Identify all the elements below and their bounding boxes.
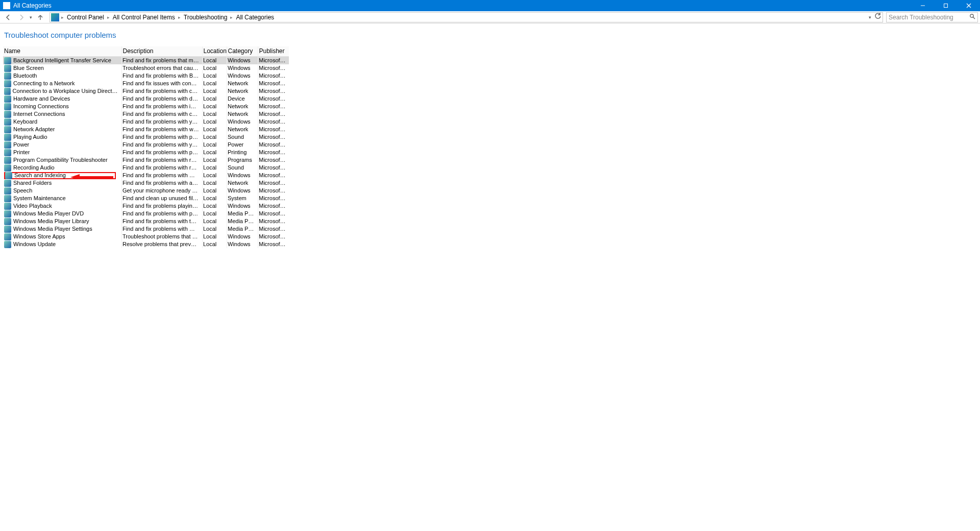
close-button[interactable] — [957, 0, 980, 11]
table-row[interactable]: Windows Media Player LibraryFind and fix… — [3, 218, 289, 225]
breadcrumb-item[interactable]: All Control Panel Items — [111, 14, 177, 21]
cell-name[interactable]: Internet Connections — [3, 110, 121, 118]
refresh-button[interactable] — [874, 13, 881, 21]
cell-description: Troubleshoot errors that cause Wi... — [121, 64, 202, 72]
nav-up-button[interactable] — [34, 12, 46, 22]
troubleshooter-icon — [4, 80, 11, 87]
table-row[interactable]: Windows Media Player DVDFind and fix pro… — [3, 210, 289, 218]
troubleshooter-icon — [4, 187, 11, 195]
table-row[interactable]: Connecting to a NetworkFind and fix issu… — [3, 80, 289, 87]
recent-locations-dropdown[interactable]: ▾ — [29, 15, 33, 20]
search-input[interactable]: Search Troubleshooting — [886, 12, 978, 22]
cell-name[interactable]: Power — [3, 141, 121, 149]
table-row[interactable]: Windows Store AppsTroubleshoot problems … — [3, 233, 289, 240]
table-row[interactable]: PowerFind and fix problems with your c..… — [3, 141, 289, 149]
cell-location: Local — [202, 87, 227, 95]
troubleshooter-icon — [4, 57, 11, 64]
table-row[interactable]: Incoming ConnectionsFind and fix problem… — [3, 103, 289, 110]
table-row[interactable]: Program Compatibility TroubleshooterFind… — [3, 156, 289, 164]
address-history-dropdown[interactable]: ▾ — [868, 15, 872, 20]
table-row[interactable]: Blue ScreenTroubleshoot errors that caus… — [3, 64, 289, 72]
table-row[interactable]: Recording AudioFind and fix problems wit… — [3, 164, 289, 172]
cell-name[interactable]: Printer — [3, 149, 121, 156]
cell-publisher: Microsoft ... — [258, 64, 289, 72]
cell-publisher: Microsoft ... — [258, 149, 289, 156]
nav-forward-button[interactable] — [15, 12, 28, 22]
cell-name[interactable]: Blue Screen — [3, 64, 121, 72]
navbar: ▾ ▸ Control Panel ▸ All Control Panel It… — [0, 11, 980, 23]
cell-publisher: Microsoft ... — [258, 218, 289, 225]
table-row[interactable]: Windows UpdateResolve problems that prev… — [3, 240, 289, 248]
breadcrumb-item[interactable]: Control Panel — [65, 14, 106, 21]
cell-name[interactable]: Windows Media Player DVD — [3, 210, 121, 218]
table-row[interactable]: SpeechGet your microphone ready and f...… — [3, 187, 289, 195]
cell-name[interactable]: Windows Media Player Settings — [3, 225, 121, 233]
cell-name[interactable]: Video Playback — [3, 202, 121, 210]
cell-category: Windows — [227, 202, 258, 210]
address-breadcrumb[interactable]: ▸ Control Panel ▸ All Control Panel Item… — [50, 12, 883, 22]
cell-name[interactable]: Windows Update — [3, 240, 121, 248]
cell-category: Device — [227, 95, 258, 103]
cell-location: Local — [202, 72, 227, 80]
cell-name[interactable]: Recording Audio — [3, 164, 121, 172]
cell-publisher: Microsoft ... — [258, 156, 289, 164]
table-row[interactable]: Playing AudioFind and fix problems with … — [3, 133, 289, 141]
chevron-right-icon: ▸ — [229, 15, 234, 20]
table-row[interactable]: Shared FoldersFind and fix problems with… — [3, 179, 289, 187]
cell-name[interactable]: Keyboard — [3, 118, 121, 126]
row-name-label: Windows Media Player Library — [13, 218, 89, 225]
cell-name[interactable]: Incoming Connections — [3, 103, 121, 110]
cell-description: Find and fix problems with playin... — [121, 210, 202, 218]
cell-name[interactable]: Background Intelligent Transfer Service — [3, 57, 121, 64]
cell-name[interactable]: Search and Indexing — [3, 172, 121, 179]
cell-name[interactable]: System Maintenance — [3, 195, 121, 202]
table-row[interactable]: PrinterFind and fix problems with printi… — [3, 149, 289, 156]
nav-back-button[interactable] — [2, 12, 14, 22]
cell-name[interactable]: Network Adapter — [3, 126, 121, 133]
cell-location: Local — [202, 95, 227, 103]
table-row[interactable]: Search and IndexingFind and fix problems… — [3, 172, 289, 179]
breadcrumb-item[interactable]: All Categories — [234, 14, 276, 21]
cell-category: Sound — [227, 164, 258, 172]
table-row[interactable]: Connection to a Workplace Using DirectAc… — [3, 87, 289, 95]
maximize-button[interactable] — [934, 0, 957, 11]
minimize-button[interactable] — [911, 0, 934, 11]
cell-category: Windows — [227, 118, 258, 126]
table-row[interactable]: Background Intelligent Transfer ServiceF… — [3, 57, 289, 65]
breadcrumb-item[interactable]: Troubleshooting — [182, 14, 230, 21]
cell-publisher: Microsoft ... — [258, 126, 289, 133]
svg-marker-7 — [70, 174, 80, 180]
cell-category: Sound — [227, 133, 258, 141]
column-header-category[interactable]: Category — [227, 46, 258, 57]
column-header-name[interactable]: Name — [3, 46, 121, 57]
cell-name[interactable]: Connection to a Workplace Using DirectAc… — [3, 87, 121, 95]
table-row[interactable]: BluetoothFind and fix problems with Blue… — [3, 72, 289, 80]
chevron-right-icon: ▸ — [106, 15, 111, 20]
column-header-description[interactable]: Description — [121, 46, 202, 57]
cell-publisher: Microsoft ... — [258, 195, 289, 202]
cell-name[interactable]: Bluetooth — [3, 72, 121, 80]
cell-name[interactable]: Windows Store Apps — [3, 233, 121, 240]
cell-name[interactable]: Shared Folders — [3, 179, 121, 187]
table-row[interactable]: Internet ConnectionsFind and fix problem… — [3, 110, 289, 118]
cell-name[interactable]: Hardware and Devices — [3, 95, 121, 103]
table-row[interactable]: Video PlaybackFind and fix problems play… — [3, 202, 289, 210]
table-row[interactable]: Hardware and DevicesFind and fix problem… — [3, 95, 289, 103]
table-row[interactable]: System MaintenanceFind and clean up unus… — [3, 195, 289, 202]
row-name-label: Windows Media Player DVD — [13, 210, 84, 218]
column-header-publisher[interactable]: Publisher — [258, 46, 289, 57]
table-row[interactable]: Network AdapterFind and fix problems wit… — [3, 126, 289, 133]
cell-publisher: Microsoft ... — [258, 118, 289, 126]
troubleshooter-icon — [4, 134, 11, 141]
cell-name[interactable]: Connecting to a Network — [3, 80, 121, 87]
column-header-location[interactable]: Location — [202, 46, 227, 57]
table-row[interactable]: KeyboardFind and fix problems with your … — [3, 118, 289, 126]
cell-name[interactable]: Program Compatibility Troubleshooter — [3, 156, 121, 164]
cell-name[interactable]: Windows Media Player Library — [3, 218, 121, 225]
cell-publisher: Microsoft ... — [258, 80, 289, 87]
troubleshooter-icon — [4, 241, 11, 248]
table-row[interactable]: Windows Media Player SettingsFind and fi… — [3, 225, 289, 233]
cell-name[interactable]: Speech — [3, 187, 121, 195]
cell-name[interactable]: Playing Audio — [3, 133, 121, 141]
cell-publisher: Microsoft ... — [258, 187, 289, 195]
